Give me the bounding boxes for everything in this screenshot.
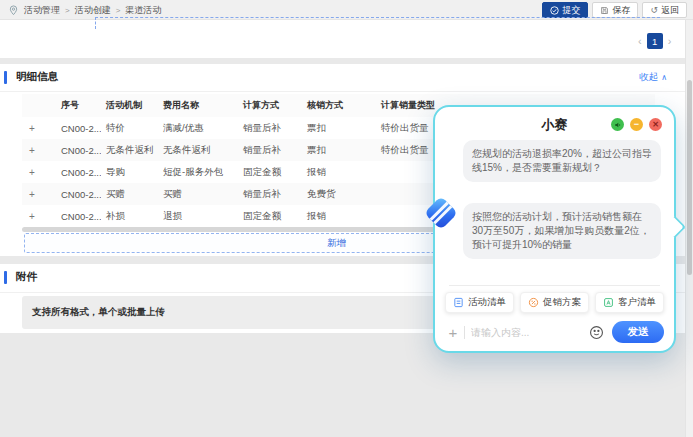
row-expand-button[interactable]: + [22, 189, 56, 200]
detail-section-title: 明细信息 [16, 70, 58, 84]
cell-verify: 报销 [302, 166, 376, 179]
pagination: ‹ 1 › [638, 33, 671, 49]
section-accent-bar [4, 71, 7, 84]
header-fee: 费用名称 [158, 99, 238, 112]
emoji-smiley-icon[interactable] [589, 325, 604, 340]
cell-fee: 短促-服务外包 [158, 166, 238, 179]
collapse-link[interactable]: 收起 ∧ [639, 71, 667, 84]
document-icon [453, 297, 464, 308]
content-card-top [0, 20, 685, 58]
chat-input[interactable] [471, 327, 589, 338]
save-label: 保存 [612, 4, 630, 17]
save-icon [600, 6, 609, 15]
app-window: 活动管理 > 活动创建 > 渠道活动 提交 保存 ↺ 返回 [0, 0, 693, 437]
cell-calc: 销量后补 [238, 122, 302, 135]
cell-fee: 买赠 [158, 188, 238, 201]
breadcrumb-separator: > [116, 6, 121, 15]
chip-promotion-plan[interactable]: 促销方案 [520, 292, 589, 313]
chat-input-row: + 发送 [445, 319, 664, 345]
collapse-label: 收起 [639, 71, 658, 84]
cell-verify: 票扣 [302, 144, 376, 157]
header-verify: 核销方式 [302, 99, 376, 112]
header-calc: 计算方式 [238, 99, 302, 112]
cell-verify: 报销 [302, 210, 376, 223]
chip-customer-list[interactable]: 客户清单 [595, 292, 664, 313]
cell-mechanism: 导购 [101, 166, 158, 179]
speaker-icon [614, 121, 622, 129]
sound-button[interactable] [611, 118, 624, 131]
close-icon: ✕ [652, 121, 659, 129]
location-pin-icon [8, 5, 19, 16]
section-accent-bar [4, 271, 7, 284]
cell-seq: CN00-2... [56, 211, 101, 222]
assistant-message: 您规划的活动退损率20%，超过公司指导线15%，是否需要重新规划？ [463, 140, 661, 182]
cell-fee: 退损 [158, 210, 238, 223]
prev-page-arrow[interactable]: ‹ [638, 35, 642, 47]
cell-mechanism: 无条件返利 [101, 144, 158, 157]
dashed-guide-line [95, 17, 660, 18]
cell-fee: 无条件返利 [158, 144, 238, 157]
chip-activity-list[interactable]: 活动清单 [445, 292, 514, 313]
chip-label: 客户清单 [618, 296, 656, 309]
cell-calc: 固定金额 [238, 210, 302, 223]
back-button[interactable]: ↺ 返回 [642, 2, 687, 18]
customer-list-icon [603, 297, 614, 308]
cell-seq: CN00-2... [56, 167, 101, 178]
cell-fee: 满减/优惠 [158, 122, 238, 135]
cell-seq: CN00-2... [56, 123, 101, 134]
attachments-section-title: 附件 [16, 270, 37, 284]
assistant-message: 按照您的活动计划，预计活动销售额在30万至50万，如果增加导购员数量2位，预计可… [463, 203, 661, 259]
assistant-chat-popup: 小赛 − ✕ 您规划的活动退损率20%，超过公司指导线15%，是否需要重新规划？… [433, 105, 676, 353]
percent-badge-icon [528, 297, 539, 308]
undo-arrow-icon: ↺ [650, 6, 658, 15]
breadcrumb-item-activity-management[interactable]: 活动管理 [24, 4, 60, 17]
vertical-scrollbar-thumb[interactable] [687, 80, 692, 275]
send-button[interactable]: 发送 [612, 321, 664, 343]
save-button[interactable]: 保存 [592, 2, 638, 18]
breadcrumb-separator: > [65, 6, 70, 15]
cell-calc: 销量后补 [238, 144, 302, 157]
chat-divider [449, 285, 660, 286]
add-row-label: 新增 [327, 237, 346, 250]
submit-button[interactable]: 提交 [542, 2, 588, 18]
cell-mechanism: 特价 [101, 122, 158, 135]
minimize-button[interactable]: − [630, 118, 643, 131]
upload-hint: 支持所有格式，单个或批量上传 [32, 306, 165, 319]
cell-verify: 票扣 [302, 122, 376, 135]
cell-mechanism: 买赠 [101, 188, 158, 201]
header-seq: 序号 [56, 99, 101, 112]
attach-plus-icon[interactable]: + [445, 324, 461, 341]
quick-action-chips: 活动清单 促销方案 客户清单 [445, 292, 664, 313]
row-expand-button[interactable]: + [22, 167, 56, 178]
cell-mechanism: 补损 [101, 210, 158, 223]
minus-icon: − [634, 120, 639, 129]
close-button[interactable]: ✕ [649, 118, 662, 131]
chevron-up-icon: ∧ [661, 73, 667, 82]
cell-calc: 销量后补 [238, 188, 302, 201]
row-expand-button[interactable]: + [22, 123, 56, 134]
cell-seq: CN00-2... [56, 189, 101, 200]
chip-label: 活动清单 [468, 296, 506, 309]
check-circle-icon [550, 6, 559, 15]
chat-window-controls: − ✕ [611, 118, 662, 131]
next-page-arrow[interactable]: › [668, 35, 672, 47]
cell-seq: CN00-2... [56, 145, 101, 156]
cell-calc: 固定金额 [238, 166, 302, 179]
submit-label: 提交 [562, 4, 580, 17]
dashed-guide-line [95, 17, 96, 29]
vertical-scrollbar-track [685, 20, 693, 437]
breadcrumb-item-channel-activity[interactable]: 渠道活动 [125, 4, 161, 17]
chip-label: 促销方案 [543, 296, 581, 309]
toolbar-buttons: 提交 保存 ↺ 返回 [542, 2, 687, 18]
back-label: 返回 [661, 4, 679, 17]
section-divider [0, 91, 685, 92]
page-number[interactable]: 1 [647, 33, 663, 49]
breadcrumb-item-activity-create[interactable]: 活动创建 [75, 4, 111, 17]
row-expand-button[interactable]: + [22, 145, 56, 156]
cell-verify: 免费货 [302, 188, 376, 201]
header-mechanism: 活动机制 [101, 99, 158, 112]
input-divider [464, 326, 465, 339]
row-expand-button[interactable]: + [22, 211, 56, 222]
